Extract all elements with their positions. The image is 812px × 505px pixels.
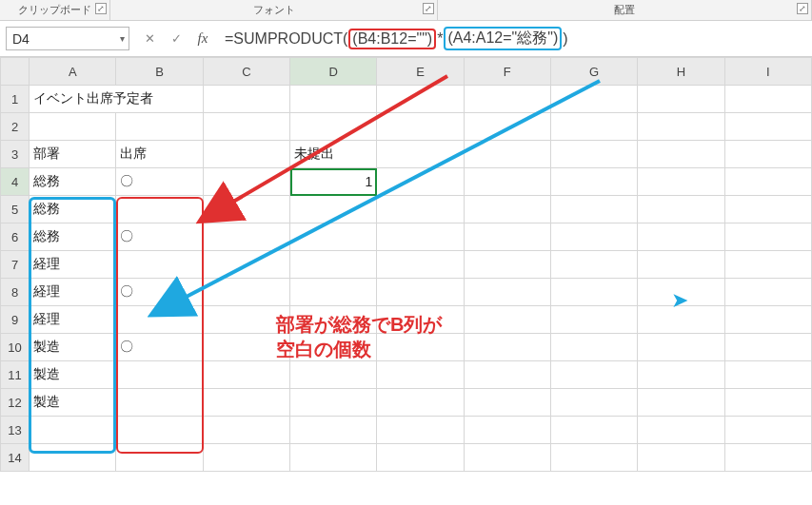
cell-D9[interactable] — [290, 306, 377, 334]
row-header-3[interactable]: 3 — [1, 141, 30, 168]
row-header-5[interactable]: 5 — [1, 196, 30, 223]
cancel-icon[interactable]: ✕ — [141, 31, 158, 46]
row-header-8[interactable]: 8 — [1, 279, 30, 306]
cell-H13[interactable] — [638, 417, 724, 444]
cell-F14[interactable] — [464, 444, 550, 472]
cell-C6[interactable] — [203, 223, 289, 251]
cell-H10[interactable] — [638, 334, 724, 361]
cell-I14[interactable] — [724, 444, 811, 472]
dialog-launcher-icon[interactable]: ⤢ — [423, 3, 434, 14]
col-header-H[interactable]: H — [638, 58, 724, 86]
cell-B10[interactable]: 〇 — [116, 334, 203, 361]
cell-A6[interactable]: 総務 — [30, 223, 116, 251]
enter-icon[interactable]: ✓ — [168, 31, 185, 46]
cell-F10[interactable] — [464, 334, 550, 361]
cell-E2[interactable] — [377, 113, 464, 141]
cell-I5[interactable] — [724, 196, 811, 223]
cell-G7[interactable] — [550, 251, 637, 279]
cell-I10[interactable] — [724, 334, 811, 361]
row-header-2[interactable]: 2 — [1, 113, 30, 141]
cell-D11[interactable] — [290, 361, 377, 389]
cell-F8[interactable] — [464, 279, 550, 306]
cell-G8[interactable] — [550, 279, 637, 306]
cell-A2[interactable] — [30, 113, 116, 141]
cell-A1[interactable]: イベント出席予定者 — [30, 86, 204, 113]
cell-C7[interactable] — [203, 251, 289, 279]
cell-D2[interactable] — [290, 113, 377, 141]
row-header-11[interactable]: 11 — [1, 361, 30, 389]
spreadsheet-grid[interactable]: A B C D E F G H I 1 イベント出席予定者 2 3 部署 — [0, 57, 812, 505]
cell-D14[interactable] — [290, 444, 377, 472]
cell-H5[interactable] — [638, 196, 724, 223]
cell-D4[interactable]: 1 — [290, 168, 377, 196]
cell-C8[interactable] — [203, 279, 289, 306]
cell-A13[interactable] — [30, 417, 116, 444]
cell-B12[interactable] — [116, 389, 203, 417]
grid-table[interactable]: A B C D E F G H I 1 イベント出席予定者 2 3 部署 — [0, 57, 812, 472]
cell-A9[interactable]: 経理 — [30, 306, 116, 334]
cell-G13[interactable] — [550, 417, 637, 444]
fx-icon[interactable]: fx — [194, 30, 211, 47]
cell-G3[interactable] — [550, 141, 637, 168]
cell-I9[interactable] — [724, 306, 811, 334]
cell-G11[interactable] — [550, 361, 637, 389]
cell-E11[interactable] — [377, 361, 464, 389]
row-header-6[interactable]: 6 — [1, 223, 30, 251]
cell-C13[interactable] — [203, 417, 289, 444]
row-header-9[interactable]: 9 — [1, 306, 30, 334]
cell-D5[interactable] — [290, 196, 377, 223]
cell-H14[interactable] — [638, 444, 724, 472]
cell-E4[interactable] — [377, 168, 464, 196]
select-all-corner[interactable] — [1, 58, 30, 86]
row-header-1[interactable]: 1 — [1, 86, 30, 113]
cell-I3[interactable] — [724, 141, 811, 168]
cell-C1[interactable] — [203, 86, 289, 113]
cell-F13[interactable] — [464, 417, 550, 444]
cell-H11[interactable] — [638, 361, 724, 389]
cell-I8[interactable] — [724, 279, 811, 306]
cell-E3[interactable] — [377, 141, 464, 168]
cell-F11[interactable] — [464, 361, 550, 389]
col-header-G[interactable]: G — [550, 58, 637, 86]
cell-A14[interactable] — [30, 444, 116, 472]
cell-B3[interactable]: 出席 — [116, 141, 203, 168]
cell-E6[interactable] — [377, 223, 464, 251]
cell-E12[interactable] — [377, 389, 464, 417]
cell-F5[interactable] — [464, 196, 550, 223]
cell-D12[interactable] — [290, 389, 377, 417]
cell-F3[interactable] — [464, 141, 550, 168]
cell-H1[interactable] — [638, 86, 724, 113]
row-header-4[interactable]: 4 — [1, 168, 30, 196]
cell-B11[interactable] — [116, 361, 203, 389]
cell-C9[interactable] — [203, 306, 289, 334]
cell-B7[interactable] — [116, 251, 203, 279]
cell-A5[interactable]: 総務 — [30, 196, 116, 223]
cell-B14[interactable] — [116, 444, 203, 472]
cell-C2[interactable] — [203, 113, 289, 141]
cell-B4[interactable]: 〇 — [116, 168, 203, 196]
cell-C4[interactable] — [203, 168, 289, 196]
cell-A7[interactable]: 経理 — [30, 251, 116, 279]
col-header-A[interactable]: A — [30, 58, 116, 86]
cell-C10[interactable] — [203, 334, 289, 361]
cell-A11[interactable]: 製造 — [30, 361, 116, 389]
cell-I2[interactable] — [724, 113, 811, 141]
cell-I12[interactable] — [724, 389, 811, 417]
cell-E13[interactable] — [377, 417, 464, 444]
cell-H2[interactable] — [638, 113, 724, 141]
cell-G6[interactable] — [550, 223, 637, 251]
cell-A12[interactable]: 製造 — [30, 389, 116, 417]
cell-D7[interactable] — [290, 251, 377, 279]
cell-I6[interactable] — [724, 223, 811, 251]
cell-E10[interactable] — [377, 334, 464, 361]
row-header-7[interactable]: 7 — [1, 251, 30, 279]
col-header-D[interactable]: D — [290, 58, 377, 86]
cell-B2[interactable] — [116, 113, 203, 141]
formula-bar[interactable]: =SUMPRODUCT( (B4:B12="") * (A4:A12="総務")… — [223, 27, 806, 50]
cell-A3[interactable]: 部署 — [30, 141, 116, 168]
row-header-13[interactable]: 13 — [1, 417, 30, 444]
cell-C12[interactable] — [203, 389, 289, 417]
dropdown-icon[interactable]: ▾ — [120, 33, 125, 44]
row-header-14[interactable]: 14 — [1, 444, 30, 472]
cell-H9[interactable] — [638, 306, 724, 334]
